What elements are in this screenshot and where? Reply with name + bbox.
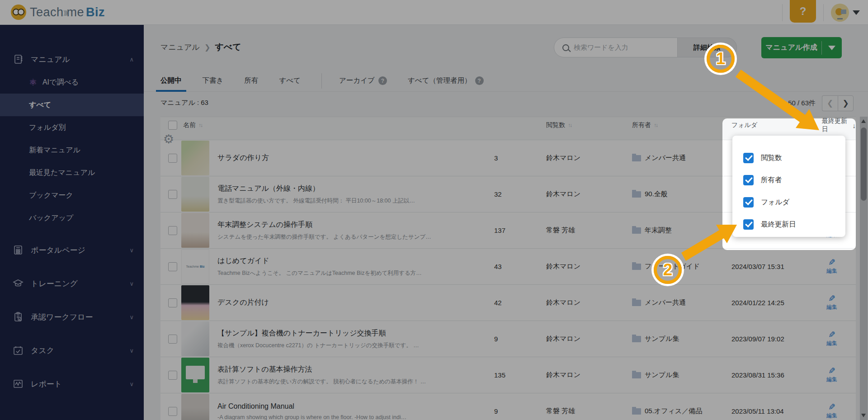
folder-cell[interactable]: ファーストガイド [632, 262, 731, 271]
folder-cell[interactable]: 05.オフィス／備品 [632, 407, 731, 415]
sidebar-item-all[interactable]: すべて [0, 94, 144, 116]
tab-all[interactable]: すべて [279, 70, 301, 92]
sidebar-item-tasks[interactable]: タスク ∨ [0, 339, 144, 362]
chevron-down-icon[interactable]: ∨ [129, 347, 134, 354]
help-circle-icon[interactable]: ? [475, 76, 484, 85]
sort-icon[interactable]: ↑↓ [568, 122, 571, 128]
checkbox-checked-icon[interactable] [743, 175, 754, 185]
sidebar-item-reports[interactable]: レポート ∨ [0, 372, 144, 396]
column-header-views[interactable]: 閲覧数↑↓ [546, 121, 632, 129]
column-settings-gear-icon[interactable]: ⚙ [163, 133, 181, 146]
table-row[interactable]: Air Conditioning Manual-A diagram showin… [160, 393, 856, 420]
row-checkbox[interactable] [168, 298, 177, 307]
manual-thumbnail[interactable] [181, 321, 209, 356]
select-all-checkbox[interactable] [168, 121, 177, 130]
checkbox-checked-icon[interactable] [743, 197, 754, 208]
breadcrumb-parent[interactable]: マニュアル [160, 42, 200, 52]
row-checkbox[interactable] [168, 407, 177, 416]
chevron-up-icon[interactable]: ∧ [129, 56, 134, 63]
sidebar-item-manual[interactable]: マニュアル ∧ [0, 47, 144, 71]
sidebar-item-ai-search[interactable]: ⚛ AIで調べる [0, 71, 144, 94]
table-row[interactable]: Teachme Biz はじめてガイドTeachme Bizへようこそ。 このマ… [160, 249, 856, 285]
edit-button[interactable]: ✎編集 [822, 367, 842, 383]
manual-thumbnail[interactable] [181, 358, 209, 392]
manual-title[interactable]: 表計算ソフトの基本操作方法 [217, 365, 494, 374]
sort-desc-icon[interactable]: ↓ [853, 122, 856, 129]
tab-published[interactable]: 公開中 [160, 70, 182, 92]
folder-cell[interactable]: 90.全般 [632, 190, 731, 198]
edit-button[interactable]: ✎編集 [822, 294, 842, 311]
manual-title[interactable]: 【サンプル】複合機のトナーカートリッジ交換手順 [217, 329, 494, 338]
folder-cell[interactable]: メンバー共通 [632, 298, 731, 307]
sidebar-item-training[interactable]: トレーニング ∨ [0, 272, 144, 295]
edit-button[interactable]: ✎編集 [822, 403, 842, 420]
avatar[interactable] [831, 4, 849, 22]
manual-title[interactable]: Air Conditioning Manual [217, 402, 494, 411]
folder-cell[interactable]: メンバー共通 [632, 154, 731, 162]
scrollbar-thumb[interactable] [861, 127, 867, 201]
folder-cell[interactable]: サンプル集 [632, 371, 731, 379]
sidebar-item-by-folder[interactable]: フォルダ別 [0, 116, 144, 139]
scroll-down-arrow-icon[interactable] [861, 414, 866, 417]
manual-title[interactable]: はじめてガイド [217, 256, 494, 266]
table-row[interactable]: 【サンプル】複合機のトナーカートリッジ交換手順複合機（xerox Docucen… [160, 321, 856, 357]
sidebar-item-new-manuals[interactable]: 新着マニュアル [0, 139, 144, 161]
manual-title[interactable]: デスクの片付け [217, 298, 494, 307]
tab-owned[interactable]: 所有 [244, 70, 258, 92]
tab-archive[interactable]: アーカイブ? [339, 70, 387, 92]
prev-page-button[interactable]: ❮ [822, 95, 838, 111]
panel-option-updated[interactable]: 最終更新日 [732, 213, 845, 236]
column-header-folder[interactable]: フォルダ [731, 121, 822, 129]
checkbox-checked-icon[interactable] [743, 219, 754, 230]
help-button[interactable]: ? [790, 0, 816, 23]
edit-button[interactable]: ✎編集 [822, 330, 842, 347]
manual-thumbnail[interactable] [181, 141, 209, 175]
row-checkbox[interactable] [168, 262, 177, 271]
column-header-updated[interactable]: 最終更新日↓ [822, 117, 856, 133]
teachme-biz-logo[interactable]: Teach)))meBiz [11, 5, 105, 20]
row-checkbox[interactable] [168, 226, 177, 235]
chevron-down-icon[interactable]: ∨ [129, 280, 134, 287]
sidebar-item-portal-pages[interactable]: ポータルページ ∨ [0, 238, 144, 262]
user-menu[interactable] [831, 4, 860, 22]
row-checkbox[interactable] [168, 154, 177, 163]
table-row[interactable]: 表計算ソフトの基本操作方法表計算ソフトの基本的な使い方の解説です。 脱初心者にな… [160, 357, 856, 393]
checkbox-checked-icon[interactable] [743, 153, 754, 163]
column-header-name[interactable]: 名前↑↓ [181, 121, 494, 129]
sidebar-item-approval-workflow[interactable]: 承認ワークフロー ∨ [0, 305, 144, 329]
search-input[interactable]: 検索ワードを入力 [574, 43, 678, 52]
create-manual-button[interactable]: マニュアル作成 [761, 37, 842, 58]
folder-cell[interactable]: 年末調整 [632, 226, 731, 235]
chevron-down-icon[interactable]: ∨ [129, 247, 134, 254]
manual-thumbnail[interactable] [181, 285, 209, 320]
sidebar-item-recently-viewed[interactable]: 最近見たマニュアル [0, 161, 144, 184]
panel-option-views[interactable]: 閲覧数 [732, 147, 845, 169]
manual-title[interactable]: 電話マニュアル（外線・内線） [217, 184, 494, 193]
sort-icon[interactable]: ↑↓ [654, 122, 657, 128]
table-row[interactable]: デスクの片付け 42 鈴木マロン メンバー共通 2024/01/22 14:25… [160, 285, 856, 321]
vertical-scrollbar[interactable] [860, 117, 868, 420]
panel-option-folder[interactable]: フォルダ [732, 191, 845, 213]
chevron-down-icon[interactable]: ∨ [129, 381, 134, 387]
help-circle-icon[interactable]: ? [378, 76, 387, 85]
scroll-up-arrow-icon[interactable] [861, 119, 866, 123]
sidebar-item-backup[interactable]: バックアップ [0, 207, 144, 229]
manual-thumbnail[interactable]: Teachme Biz [181, 249, 209, 284]
panel-option-owner[interactable]: 所有者 [732, 169, 845, 191]
row-checkbox[interactable] [168, 371, 177, 380]
folder-cell[interactable]: サンプル集 [632, 335, 731, 343]
create-manual-dropdown[interactable] [822, 46, 842, 50]
next-page-button[interactable]: ❯ [838, 95, 854, 111]
manual-title[interactable]: 年末調整システムの操作手順 [217, 220, 494, 230]
tab-draft[interactable]: 下書き [203, 70, 224, 92]
row-checkbox[interactable] [168, 335, 177, 344]
manual-thumbnail[interactable] [181, 394, 209, 420]
manual-thumbnail[interactable] [181, 213, 209, 248]
chevron-down-icon[interactable]: ∨ [129, 314, 134, 321]
manual-thumbnail[interactable] [181, 177, 209, 212]
row-checkbox[interactable] [168, 190, 177, 199]
sidebar-item-bookmarks[interactable]: ブックマーク [0, 184, 144, 207]
column-header-owner[interactable]: 所有者↑↓ [632, 121, 731, 129]
tab-all-admin[interactable]: すべて（管理者用）? [408, 70, 484, 92]
manual-title[interactable]: サラダの作り方 [217, 153, 494, 163]
